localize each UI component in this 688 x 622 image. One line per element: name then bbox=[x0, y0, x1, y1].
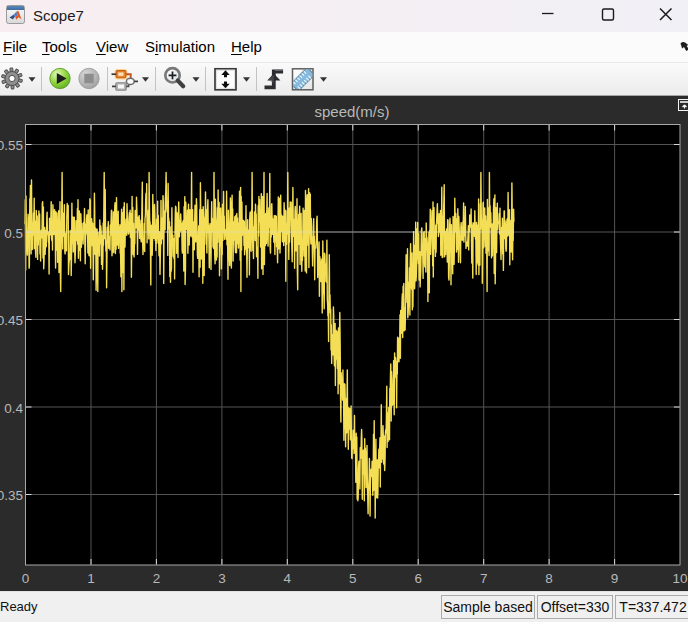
svg-text:5: 5 bbox=[349, 571, 357, 586]
svg-text:0.55: 0.55 bbox=[0, 138, 23, 153]
svg-text:8: 8 bbox=[545, 571, 553, 586]
svg-text:9: 9 bbox=[611, 571, 619, 586]
svg-text:0.5: 0.5 bbox=[4, 226, 23, 241]
svg-text:speed(m/s): speed(m/s) bbox=[314, 103, 389, 120]
svg-text:6: 6 bbox=[414, 571, 422, 586]
svg-text:0.35: 0.35 bbox=[0, 488, 23, 503]
svg-text:2: 2 bbox=[153, 571, 161, 586]
svg-text:7: 7 bbox=[480, 571, 488, 586]
svg-text:0.4: 0.4 bbox=[4, 401, 23, 416]
svg-text:10: 10 bbox=[672, 571, 687, 586]
svg-text:4: 4 bbox=[284, 571, 292, 586]
svg-text:0: 0 bbox=[22, 571, 30, 586]
svg-text:1: 1 bbox=[87, 571, 95, 586]
svg-text:0.45: 0.45 bbox=[0, 313, 23, 328]
svg-text:3: 3 bbox=[218, 571, 226, 586]
